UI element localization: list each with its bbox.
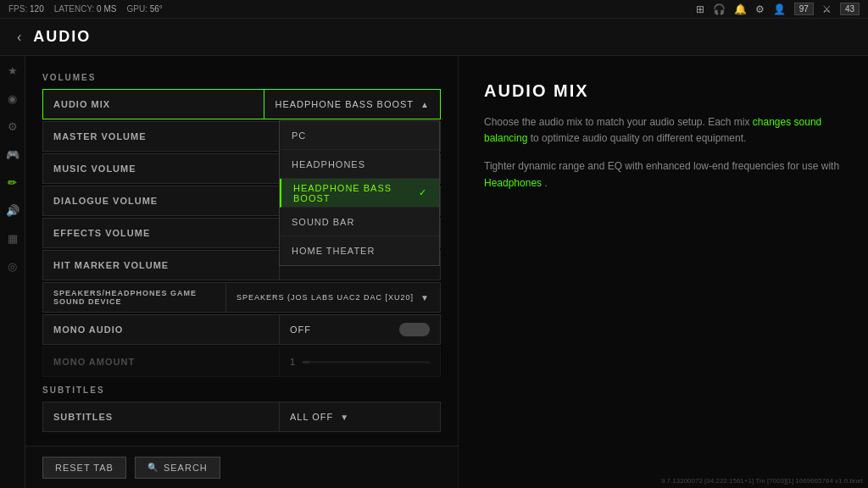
effects-volume-label: EFFECTS VOLUME [43, 228, 279, 238]
mono-audio-value: OFF [279, 315, 440, 344]
subtitles-text: ALL OFF [290, 412, 333, 422]
audio-mix-dropdown[interactable]: PC HEADPHONES HEADPHONE BASS BOOST ✓ SOU… [279, 120, 440, 266]
mono-amount-number: 1 [290, 357, 296, 367]
setting-row-subtitles[interactable]: SUBTITLES ALL OFF ▼ [42, 402, 441, 432]
audio-mix-current: HEADPHONE BASS BOOST [275, 99, 414, 109]
info-title: AUDIO MIX [484, 81, 843, 101]
main-content: VOLUMES AUDIO MIX HEADPHONE BASS BOOST ▲… [25, 56, 868, 488]
avatar-icon[interactable]: 👤 [773, 3, 786, 15]
desc2-start: Tighter dynamic range and EQ with enhanc… [484, 160, 839, 172]
desc1-end: to optimize audio quality on different e… [531, 132, 747, 144]
mono-amount-slider [303, 361, 430, 363]
hit-marker-volume-label: HIT MARKER VOLUME [43, 260, 279, 270]
top-bar-right: ⊞ 🎧 🔔 ⚙ 👤 97 ⚔ 43 [696, 3, 860, 15]
master-volume-label: MASTER VOLUME [43, 131, 279, 141]
sidebar: ★ ◉ ⚙ 🎮 ✏ 🔊 ▦ ◎ [0, 56, 25, 488]
subtitles-section-label: SUBTITLES [42, 385, 441, 395]
reset-tab-button[interactable]: RESET TAB [42, 457, 126, 479]
gpu-stat: GPU: 56° [126, 4, 162, 14]
settings-list: AUDIO MIX HEADPHONE BASS BOOST ▲ PC HEAD… [42, 89, 441, 377]
sidebar-icon-controller[interactable]: 🎮 [4, 148, 21, 161]
audio-mix-label: AUDIO MIX [43, 99, 264, 109]
info-description-1: Choose the audio mix to match your audio… [484, 114, 843, 147]
search-label: SEARCH [164, 463, 208, 473]
dropdown-item-pc[interactable]: PC [280, 121, 439, 150]
dropdown-item-home-theater[interactable]: HOME THEATER [280, 236, 439, 265]
sidebar-icon-settings[interactable]: ⚙ [4, 120, 21, 133]
sidebar-icon-edit[interactable]: ✏ [4, 176, 21, 189]
desc1-text: Choose the audio mix to match your audio… [484, 116, 750, 128]
check-icon: ✓ [419, 187, 427, 198]
page-header: ‹ AUDIO [0, 19, 868, 56]
build-info: 9.7.13200072 [34.222:1561+1] Tm [7003][1… [661, 477, 863, 485]
dropdown-item-headphones[interactable]: HEADPHONES [280, 150, 439, 179]
mono-audio-text: OFF [290, 324, 311, 335]
grid-icon[interactable]: ⊞ [696, 3, 704, 15]
sidebar-icon-audio[interactable]: 🔊 [4, 204, 21, 217]
subtitles-chevron-icon: ▼ [340, 413, 349, 422]
dropdown-item-headphone-bass-boost[interactable]: HEADPHONE BASS BOOST ✓ [280, 179, 439, 208]
right-panel: AUDIO MIX Choose the audio mix to match … [458, 56, 868, 488]
sidebar-icon-profile[interactable]: ◉ [4, 92, 21, 105]
setting-row-mono-audio[interactable]: MONO AUDIO OFF [42, 314, 441, 345]
sidebar-icon-grid[interactable]: ▦ [4, 232, 21, 245]
subtitles-label: SUBTITLES [43, 412, 279, 422]
chevron-up-icon: ▲ [420, 100, 430, 109]
level-badge-2: 43 [840, 3, 860, 15]
mono-audio-label: MONO AUDIO [43, 324, 279, 335]
audio-mix-value[interactable]: HEADPHONE BASS BOOST ▲ [264, 90, 440, 119]
sidebar-icon-circle[interactable]: ◎ [4, 260, 21, 273]
top-bar: FPS: 120 LATENCY: 0 MS GPU: 56° ⊞ 🎧 🔔 ⚙ … [0, 0, 868, 19]
sidebar-icon-star[interactable]: ★ [4, 64, 21, 77]
level-badge-1: 97 [794, 3, 814, 15]
notification-icon[interactable]: 🔔 [734, 3, 747, 15]
bottom-bar: RESET TAB 🔍 SEARCH [25, 446, 458, 488]
mono-amount-value: 1 [279, 347, 440, 376]
fps-stat: FPS: 120 [8, 4, 44, 14]
setting-row-audio-mix[interactable]: AUDIO MIX HEADPHONE BASS BOOST ▲ PC HEAD… [42, 89, 441, 119]
setting-row-sound-device[interactable]: SPEAKERS/HEADPHONES GAME SOUND DEVICE SP… [42, 282, 441, 313]
reset-tab-label: RESET TAB [55, 463, 114, 473]
search-button[interactable]: 🔍 SEARCH [135, 457, 220, 479]
sound-device-label: SPEAKERS/HEADPHONES GAME SOUND DEVICE [43, 289, 225, 306]
back-button[interactable]: ‹ [17, 30, 21, 45]
info-description-2: Tighter dynamic range and EQ with enhanc… [484, 158, 843, 191]
search-icon: 🔍 [147, 463, 159, 472]
headset-icon[interactable]: 🎧 [713, 3, 726, 15]
squad-icon[interactable]: ⚔ [822, 3, 832, 15]
slider-track [303, 361, 430, 363]
system-stats: FPS: 120 LATENCY: 0 MS GPU: 56° [8, 4, 163, 14]
desc2-link[interactable]: Headphones [484, 177, 542, 189]
latency-stat: LATENCY: 0 MS [54, 4, 117, 14]
page-title: AUDIO [33, 28, 91, 46]
subtitles-value[interactable]: ALL OFF ▼ [279, 402, 440, 431]
dropdown-item-sound-bar[interactable]: SOUND BAR [280, 208, 439, 236]
sound-device-text: SPEAKERS (JOS LABS UAC2 DAC [XU20] [236, 293, 414, 302]
setting-row-mono-amount: MONO AMOUNT 1 [42, 347, 441, 377]
volumes-section-label: VOLUMES [42, 73, 441, 82]
sound-device-value[interactable]: SPEAKERS (JOS LABS UAC2 DAC [XU20] ▼ [225, 283, 440, 312]
mono-amount-label: MONO AMOUNT [43, 357, 279, 367]
desc2-end: . [544, 177, 547, 189]
sound-device-chevron-icon: ▼ [420, 293, 430, 302]
music-volume-label: MUSIC VOLUME [43, 164, 279, 174]
dialogue-volume-label: DIALOGUE VOLUME [43, 196, 279, 206]
mono-audio-toggle[interactable] [399, 323, 430, 336]
left-panel: VOLUMES AUDIO MIX HEADPHONE BASS BOOST ▲… [25, 56, 458, 488]
subtitles-list: SUBTITLES ALL OFF ▼ [42, 402, 441, 432]
settings-icon[interactable]: ⚙ [755, 3, 765, 15]
slider-fill [303, 361, 309, 363]
